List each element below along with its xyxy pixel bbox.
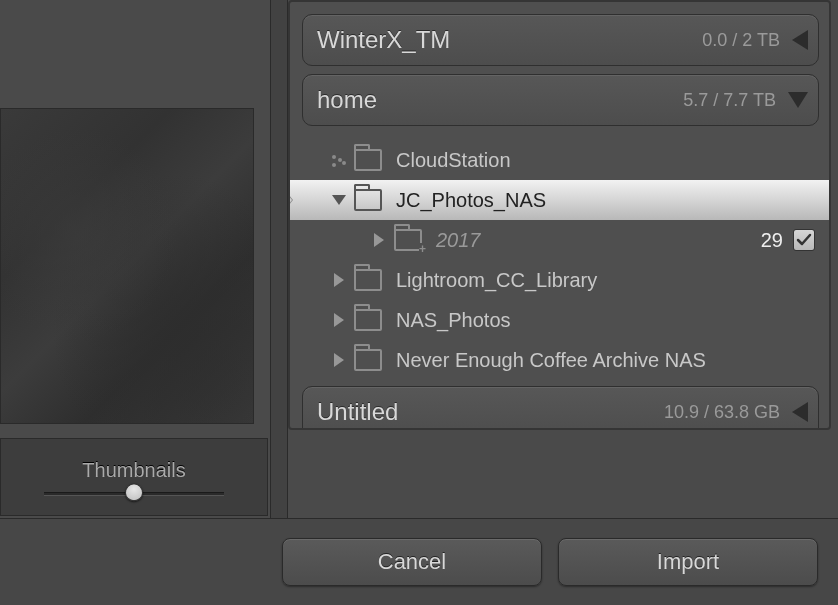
- cancel-button[interactable]: Cancel: [282, 538, 542, 586]
- disclosure-right-icon[interactable]: [330, 313, 348, 327]
- folder-cloudstation[interactable]: CloudStation: [302, 140, 819, 180]
- destination-frame: WinterX_TM 0.0 / 2 TB home 5.7 / 7.7 TB …: [288, 0, 831, 430]
- preview-panel: Thumbnails: [0, 0, 270, 518]
- folder-icon: [354, 349, 382, 371]
- selection-pointer-icon: [288, 180, 292, 220]
- volume-capacity: 0.0 / 2 TB: [702, 30, 780, 51]
- thumbnails-label: Thumbnails: [82, 459, 185, 482]
- disclosure-dots-icon[interactable]: [330, 153, 348, 167]
- folder-2017[interactable]: 2017 29: [302, 220, 819, 260]
- import-button[interactable]: Import: [558, 538, 818, 586]
- folder-label: JC_Photos_NAS: [396, 189, 829, 212]
- destination-panel: WinterX_TM 0.0 / 2 TB home 5.7 / 7.7 TB …: [288, 0, 831, 518]
- folder-icon: [354, 149, 382, 171]
- folder-lightroom-cc-library[interactable]: Lightroom_CC_Library: [302, 260, 819, 300]
- folder-label: NAS_Photos: [396, 309, 819, 332]
- photo-count: 29: [761, 229, 783, 252]
- thumbnail-size-control: Thumbnails: [0, 438, 268, 516]
- volume-name: home: [317, 86, 683, 114]
- include-checkbox[interactable]: [793, 229, 815, 251]
- folder-label: Never Enough Coffee Archive NAS: [396, 349, 819, 372]
- volume-capacity: 10.9 / 63.8 GB: [664, 402, 780, 423]
- collapse-arrow-icon[interactable]: [792, 402, 808, 422]
- preview-thumbnail[interactable]: [0, 108, 254, 424]
- volume-capacity: 5.7 / 7.7 TB: [683, 90, 776, 111]
- volume-row-winterx[interactable]: WinterX_TM 0.0 / 2 TB: [302, 14, 819, 66]
- collapse-arrow-icon[interactable]: [792, 30, 808, 50]
- folder-icon: [354, 189, 382, 211]
- folder-label: 2017: [436, 229, 761, 252]
- volume-name: Untitled: [317, 398, 664, 426]
- folder-icon: [354, 269, 382, 291]
- folder-jc-photos-nas[interactable]: JC_Photos_NAS: [290, 180, 829, 220]
- folder-nas-photos[interactable]: NAS_Photos: [302, 300, 819, 340]
- folder-never-enough-coffee[interactable]: Never Enough Coffee Archive NAS: [302, 340, 819, 380]
- slider-handle[interactable]: [125, 483, 143, 501]
- volume-row-home[interactable]: home 5.7 / 7.7 TB: [302, 74, 819, 126]
- panel-divider[interactable]: [270, 0, 288, 518]
- dialog-button-bar: Cancel Import: [0, 518, 838, 605]
- disclosure-right-icon[interactable]: [330, 353, 348, 367]
- folder-label: CloudStation: [396, 149, 819, 172]
- folder-tree: CloudStation JC_Photos_NAS 2017 29: [302, 134, 819, 386]
- new-folder-icon: [394, 229, 422, 251]
- disclosure-right-icon[interactable]: [370, 233, 388, 247]
- folder-icon: [354, 309, 382, 331]
- disclosure-down-icon[interactable]: [330, 195, 348, 205]
- expand-arrow-icon[interactable]: [788, 92, 808, 108]
- volume-row-untitled[interactable]: Untitled 10.9 / 63.8 GB: [302, 386, 819, 430]
- thumbnail-size-slider[interactable]: [44, 492, 224, 496]
- disclosure-right-icon[interactable]: [330, 273, 348, 287]
- volume-name: WinterX_TM: [317, 26, 702, 54]
- folder-label: Lightroom_CC_Library: [396, 269, 819, 292]
